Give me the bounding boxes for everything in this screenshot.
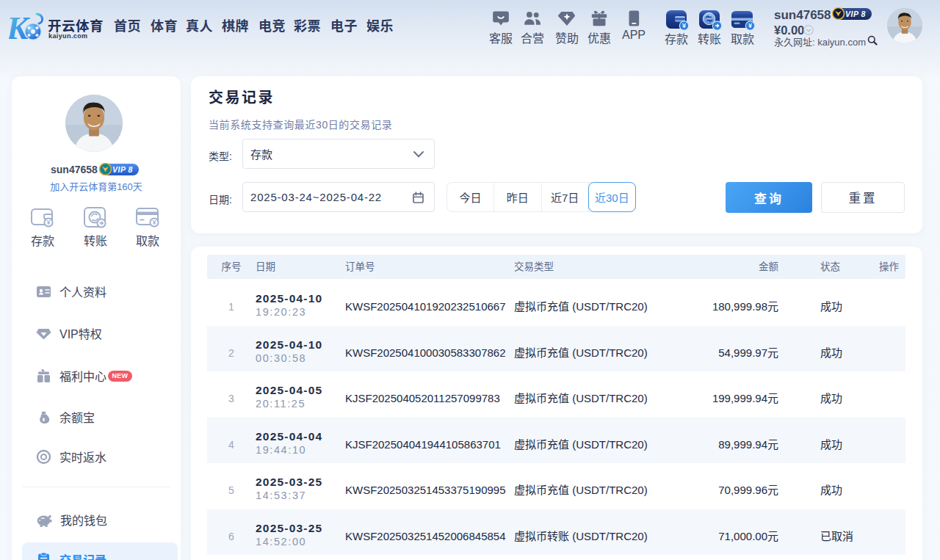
svg-text:¥: ¥ <box>153 219 156 226</box>
svg-text:¥: ¥ <box>748 22 752 29</box>
svg-text:¥: ¥ <box>682 22 686 29</box>
svg-text:¥: ¥ <box>47 219 51 226</box>
